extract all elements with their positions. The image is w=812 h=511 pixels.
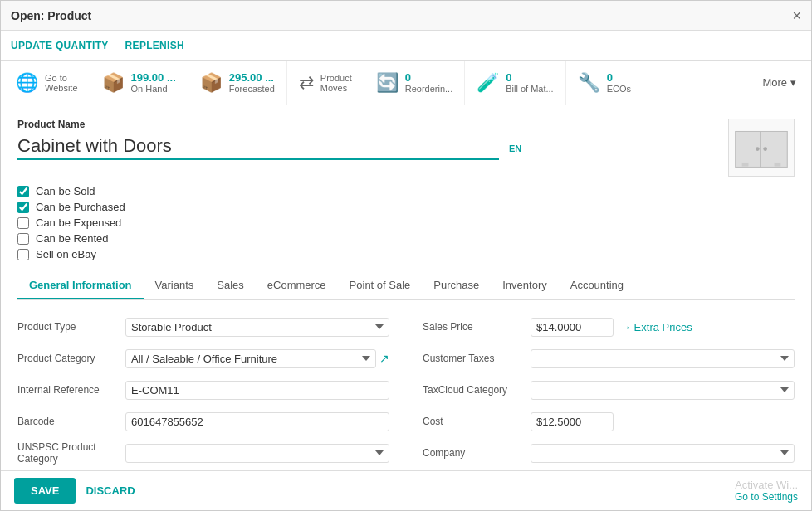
- unspsc-select[interactable]: [125, 444, 389, 463]
- tab-inventory[interactable]: Inventory: [491, 272, 558, 299]
- product-type-select[interactable]: Storable Product Consumable Service: [125, 318, 389, 337]
- save-button[interactable]: SAVE: [14, 478, 76, 504]
- svg-point-3: [756, 147, 760, 151]
- tab-sales[interactable]: Sales: [205, 272, 256, 299]
- globe-icon: 🌐: [16, 72, 38, 94]
- stat-go-to-website-label: Go toWebsite: [45, 73, 78, 93]
- more-chevron-icon: ▾: [790, 76, 796, 89]
- activate-notice: Activate Wi... Go to Settings: [735, 479, 798, 503]
- svg-point-4: [763, 147, 767, 151]
- form-right: Sales Price → Extra Prices Customer Taxe…: [423, 314, 795, 466]
- on-hand-icon: 📦: [102, 72, 125, 94]
- product-name-label: Product Name: [17, 119, 728, 130]
- stat-forecasted[interactable]: 📦 295.00 ... Forecasted: [188, 61, 287, 105]
- customer-taxes-select[interactable]: [531, 349, 795, 368]
- internal-reference-label: Internal Reference: [17, 384, 125, 396]
- replenish-link[interactable]: REPLENISH: [125, 40, 184, 51]
- external-link-icon[interactable]: ↗: [379, 352, 389, 365]
- tab-accounting[interactable]: Accounting: [559, 272, 635, 299]
- update-quantity-link[interactable]: UPDATE QUANTITY: [11, 40, 109, 51]
- barcode-input[interactable]: [125, 412, 389, 431]
- tab-purchase[interactable]: Purchase: [422, 272, 491, 299]
- discard-button[interactable]: DISCARD: [86, 484, 135, 497]
- forecasted-icon: 📦: [200, 72, 223, 94]
- checkbox-sell-on-ebay[interactable]: Sell on eBay: [17, 248, 795, 260]
- form-grid: Product Type Storable Product Consumable…: [17, 314, 795, 466]
- tab-variants[interactable]: Variants: [144, 272, 206, 299]
- checkbox-group: Can be Sold Can be Purchased Can be Expe…: [17, 185, 795, 260]
- more-button[interactable]: More ▾: [751, 71, 808, 94]
- product-moves-icon: ⇄: [299, 72, 314, 94]
- go-to-settings-link[interactable]: Go to Settings: [735, 491, 798, 503]
- stat-bill-of-mat[interactable]: 🧪 0 Bill of Mat...: [465, 61, 565, 105]
- stat-reordering[interactable]: 🔄 0 Reorderin...: [364, 61, 465, 105]
- stat-go-to-website[interactable]: 🌐 Go toWebsite: [4, 61, 90, 105]
- unspsc-label: UNSPSC ProductCategory: [17, 441, 125, 465]
- activate-text: Activate Wi...: [735, 479, 798, 491]
- svg-rect-6: [775, 163, 781, 167]
- bill-of-mat-icon: 🧪: [477, 72, 499, 94]
- stat-on-hand-label: On Hand: [131, 84, 176, 94]
- stat-reordering-label: Reorderin...: [405, 84, 452, 94]
- sales-price-label: Sales Price: [423, 321, 531, 333]
- company-label: Company: [423, 447, 531, 459]
- internal-reference-input[interactable]: [125, 381, 389, 400]
- product-type-label: Product Type: [17, 321, 125, 333]
- taxcloud-category-label: TaxCloud Category: [423, 384, 531, 396]
- stat-forecasted-label: Forecasted: [229, 84, 275, 94]
- product-category-label: Product Category: [17, 353, 125, 364]
- cost-input[interactable]: [531, 412, 614, 431]
- sales-price-input[interactable]: [531, 318, 614, 337]
- company-select[interactable]: [531, 444, 795, 463]
- stat-on-hand-value: 199.00 ...: [131, 71, 176, 84]
- close-button[interactable]: ×: [792, 8, 801, 23]
- cost-label: Cost: [423, 416, 531, 427]
- lang-badge[interactable]: EN: [509, 144, 521, 153]
- product-category-select[interactable]: All / Saleable / Office Furniture: [125, 349, 376, 368]
- ecos-icon: 🔧: [578, 72, 600, 94]
- taxcloud-category-select[interactable]: [531, 381, 795, 400]
- stat-forecasted-value: 295.00 ...: [229, 71, 275, 84]
- stat-on-hand[interactable]: 📦 199.00 ... On Hand: [90, 61, 188, 105]
- more-label: More: [762, 76, 787, 89]
- checkbox-can-be-sold[interactable]: Can be Sold: [17, 185, 795, 197]
- modal-title: Open: Product: [11, 9, 91, 22]
- form-left: Product Type Storable Product Consumable…: [17, 314, 389, 466]
- stat-ecos-label: ECOs: [607, 84, 631, 94]
- stat-bill-of-mat-value: 0: [506, 71, 553, 84]
- stat-bill-of-mat-label: Bill of Mat...: [506, 84, 553, 94]
- stat-ecos[interactable]: 🔧 0 ECOs: [566, 61, 643, 105]
- stat-ecos-value: 0: [607, 71, 631, 84]
- svg-rect-5: [742, 163, 749, 167]
- main-content: Product Name EN: [1, 105, 811, 470]
- stat-product-moves[interactable]: ⇄ ProductMoves: [287, 61, 364, 105]
- footer-bar: SAVE DISCARD Activate Wi... Go to Settin…: [1, 470, 811, 510]
- tab-point-of-sale[interactable]: Point of Sale: [338, 272, 423, 299]
- tab-general-information[interactable]: General Information: [17, 272, 144, 299]
- product-name-input[interactable]: [17, 134, 499, 160]
- barcode-label: Barcode: [17, 416, 125, 427]
- tabs-bar: General Information Variants Sales eComm…: [17, 272, 795, 300]
- tab-ecommerce[interactable]: eCommerce: [256, 272, 338, 299]
- checkbox-can-be-expensed[interactable]: Can be Expensed: [17, 217, 795, 229]
- reordering-icon: 🔄: [376, 72, 399, 94]
- checkbox-can-be-rented[interactable]: Can be Rented: [17, 232, 795, 245]
- extra-prices-link[interactable]: → Extra Prices: [620, 321, 692, 333]
- stat-product-moves-label: ProductMoves: [320, 73, 352, 93]
- stat-reordering-value: 0: [405, 71, 452, 84]
- customer-taxes-label: Customer Taxes: [423, 353, 531, 364]
- product-image: [728, 119, 795, 177]
- checkbox-can-be-purchased[interactable]: Can be Purchased: [17, 201, 795, 213]
